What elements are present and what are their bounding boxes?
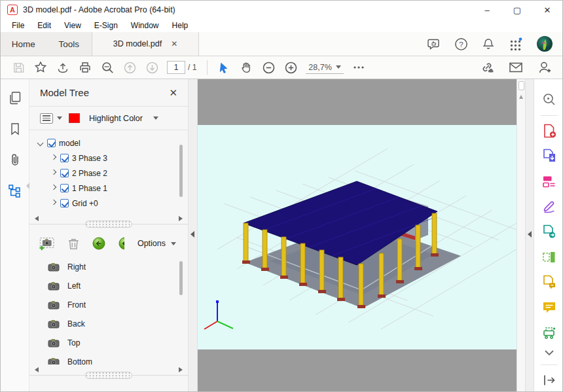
document-canvas[interactable] xyxy=(198,79,517,392)
tree-view-options-icon[interactable] xyxy=(40,113,53,124)
panel-splitter[interactable] xyxy=(29,375,188,382)
tree-row[interactable]: Grid +0 xyxy=(37,196,188,211)
create-view-icon[interactable] xyxy=(39,236,55,251)
share-link-icon[interactable] xyxy=(476,58,498,77)
zoom-in-icon[interactable] xyxy=(280,58,302,77)
expand-collapse-icon[interactable] xyxy=(50,155,57,162)
comment-icon[interactable] xyxy=(541,294,557,320)
create-pdf-icon[interactable] xyxy=(541,118,557,144)
tree-row[interactable]: 3 Phase 3 xyxy=(37,151,188,166)
checkbox-checked[interactable] xyxy=(47,139,56,147)
export-pdf-icon[interactable] xyxy=(541,143,557,169)
feedback-icon[interactable] xyxy=(426,37,441,50)
more-tools-icon[interactable] xyxy=(348,58,370,77)
user-avatar[interactable] xyxy=(536,35,553,52)
print-icon[interactable] xyxy=(74,58,96,77)
expand-collapse-icon[interactable] xyxy=(37,140,44,147)
menu-window[interactable]: Window xyxy=(125,20,165,31)
select-tool-icon[interactable] xyxy=(213,58,235,77)
view-item-top[interactable]: Top xyxy=(48,333,188,352)
scroll-right-icon[interactable] xyxy=(179,216,183,221)
tab-document[interactable]: 3D model.pdf ✕ xyxy=(92,32,199,56)
views-vertical-scrollbar[interactable] xyxy=(179,261,183,295)
app-grid-icon[interactable] xyxy=(509,37,522,51)
zoom-level-dropdown[interactable]: 28,7% xyxy=(306,62,343,74)
print-production-icon[interactable] xyxy=(541,320,557,346)
scroll-up-icon[interactable] xyxy=(519,95,523,99)
view-item-left[interactable]: Left xyxy=(48,276,188,295)
page-thumbnails-icon[interactable] xyxy=(9,91,22,105)
collapse-panel-icon[interactable] xyxy=(191,231,194,238)
menu-esign[interactable]: E-Sign xyxy=(88,20,124,31)
view-item-right[interactable]: Right xyxy=(48,257,188,276)
menu-file[interactable]: File xyxy=(6,20,30,31)
close-button[interactable]: ✕ xyxy=(532,1,562,19)
checkbox-checked[interactable] xyxy=(60,169,69,177)
share-upload-icon[interactable] xyxy=(52,58,74,77)
page-number-input[interactable]: 1 xyxy=(167,61,185,74)
menu-view[interactable]: View xyxy=(58,20,87,31)
expand-collapse-icon[interactable] xyxy=(50,185,57,192)
checkbox-checked[interactable] xyxy=(60,154,69,162)
delete-view-trash-icon[interactable] xyxy=(68,238,79,250)
crop-pages-icon[interactable] xyxy=(541,244,557,270)
next-page-icon[interactable] xyxy=(141,58,163,77)
model-tree-panel-icon[interactable] xyxy=(8,184,22,198)
tree-vertical-scrollbar[interactable] xyxy=(179,145,183,197)
checkbox-checked[interactable] xyxy=(60,184,69,192)
view-item-back[interactable]: Back xyxy=(48,314,188,333)
3d-model-annotation[interactable] xyxy=(198,125,517,349)
scrollbar-thumb[interactable] xyxy=(518,81,524,90)
expand-collapse-icon[interactable] xyxy=(50,170,57,177)
tab-home[interactable]: Home xyxy=(1,32,46,56)
scroll-left-icon[interactable] xyxy=(35,367,39,372)
panel-close-icon[interactable]: ✕ xyxy=(169,87,177,99)
tree-row[interactable]: 1 Phase 1 xyxy=(37,181,188,196)
request-esignatures-icon[interactable] xyxy=(541,270,557,295)
menu-edit[interactable]: Edit xyxy=(31,20,57,31)
more-tools-chevron-icon[interactable] xyxy=(543,345,555,361)
attachments-paperclip-icon[interactable] xyxy=(9,152,21,167)
hand-tool-icon[interactable] xyxy=(235,58,257,77)
chevron-down-icon[interactable] xyxy=(57,116,62,120)
maximize-button[interactable]: ▢ xyxy=(502,1,532,19)
expand-collapse-icon[interactable] xyxy=(50,200,57,207)
notifications-bell-icon[interactable] xyxy=(482,37,495,51)
expand-tools-icon[interactable] xyxy=(528,231,532,238)
email-icon[interactable] xyxy=(505,58,527,77)
favorite-star-icon[interactable] xyxy=(29,58,52,77)
menu-help[interactable]: Help xyxy=(166,20,194,31)
panel-collapse-strip[interactable] xyxy=(189,79,198,392)
fill-and-sign-icon[interactable] xyxy=(541,194,557,219)
options-dropdown[interactable]: Options xyxy=(135,237,179,250)
save-icon[interactable] xyxy=(7,58,29,77)
document-vertical-scrollbar[interactable] xyxy=(517,79,525,392)
scroll-left-icon[interactable] xyxy=(35,216,39,221)
view-item-front[interactable]: Front xyxy=(48,295,188,314)
tree-row-root[interactable]: model xyxy=(37,135,188,151)
highlight-color-swatch[interactable] xyxy=(69,113,80,123)
edit-pdf-icon[interactable] xyxy=(541,169,557,194)
minimize-button[interactable]: – xyxy=(472,1,502,19)
tab-tools[interactable]: Tools xyxy=(46,32,92,56)
previous-view-icon[interactable] xyxy=(92,237,105,250)
chevron-down-icon[interactable] xyxy=(153,116,158,120)
tools-collapse-strip[interactable] xyxy=(525,79,534,392)
marquee-zoom-icon[interactable] xyxy=(541,87,557,113)
view-item-bottom[interactable]: Bottom xyxy=(48,352,188,365)
find-icon[interactable] xyxy=(96,58,118,77)
bookmarks-icon[interactable] xyxy=(9,122,21,135)
previous-page-icon[interactable] xyxy=(118,58,141,77)
tab-close-icon[interactable]: ✕ xyxy=(171,39,177,48)
send-for-comments-icon[interactable] xyxy=(541,219,557,245)
tree-row[interactable]: 2 Phase 2 xyxy=(37,166,188,181)
open-tools-pane-icon[interactable] xyxy=(542,367,556,392)
pdf-page[interactable] xyxy=(198,125,517,349)
panel-splitter[interactable] xyxy=(29,224,188,231)
scroll-right-icon[interactable] xyxy=(179,367,183,372)
next-view-icon[interactable] xyxy=(118,237,124,250)
zoom-out-icon[interactable] xyxy=(257,58,280,77)
checkbox-checked[interactable] xyxy=(60,199,69,207)
help-icon[interactable]: ? xyxy=(454,37,468,51)
add-user-icon[interactable] xyxy=(534,58,556,77)
